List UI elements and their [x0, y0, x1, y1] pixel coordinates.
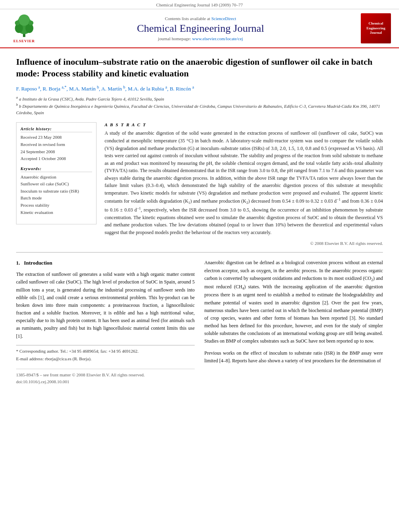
intro-para-1: The extraction of sunflower oil generate…	[16, 271, 195, 340]
journal-header-center: Contents lists available at ScienceDirec…	[40, 16, 361, 41]
accepted-date: Accepted 1 October 2008	[21, 155, 92, 162]
keywords-title: Keywords:	[21, 166, 92, 172]
sciencedirect-link[interactable]: ScienceDirect	[211, 16, 236, 21]
footnote-area: * Corresponding author. Tel.: +34 95 468…	[16, 345, 195, 362]
logo-line2: Engineering	[366, 26, 385, 30]
sciencedirect-prefix: Contents lists available at	[165, 16, 210, 21]
journal-reference: Chemical Engineering Journal 149 (2009) …	[156, 2, 243, 7]
article-title: Influence of inoculum–substrate ratio on…	[16, 56, 383, 79]
homepage-url[interactable]: www.elsevier.com/locate/cej	[192, 36, 243, 41]
author-martin-ma-sup: b	[97, 85, 99, 89]
svg-point-4	[19, 14, 30, 26]
copyright-line: © 2008 Elsevier B.V. All rights reserved…	[105, 239, 383, 246]
body-content: 1. Introduction The extraction of sunflo…	[16, 259, 383, 386]
author-martin-ma: M.A. Martín	[69, 86, 96, 92]
main-content: Influence of inoculum–substrate ratio on…	[0, 48, 399, 394]
author-raposo-sup: a	[38, 85, 40, 89]
svg-point-6	[29, 21, 33, 25]
keywords-section: Keywords: Anaerobic digestion Sunflower …	[21, 166, 92, 216]
email-text: E-mail address: rborja@cica.es (R. Borja…	[16, 356, 92, 361]
affiliation-a: a a Instituto de la Grasa (CSIC), Avda. …	[16, 95, 383, 102]
issn-line: 1385-8947/$ – see front matter © 2008 El…	[16, 372, 195, 379]
journal-homepage-line: journal homepage: www.elsevier.com/locat…	[40, 36, 361, 41]
author-borja-sup: a,*	[62, 85, 66, 89]
keyword-5: Process stability	[21, 202, 92, 209]
author-raposo: F. Raposo	[16, 86, 37, 92]
author-borja: R. Borja	[43, 86, 60, 92]
affiliation-b: b b Departamento de Química Inorgánica e…	[16, 102, 383, 116]
revised-date: 24 September 2008	[21, 148, 92, 156]
keyword-4: Batch mode	[21, 195, 92, 202]
section-1-heading: 1. Introduction	[16, 259, 195, 267]
article-info-column: Article history: Received 23 May 2008 Re…	[16, 122, 97, 246]
keyword-3: Inoculum to substrate ratio (ISR)	[21, 188, 92, 195]
authors-line: F. Raposo a, R. Borja a,*, M.A. Martín b…	[16, 85, 383, 92]
author-de-la-rubia: M.A. de la Rubia	[128, 86, 164, 92]
corresponding-author-note: * Corresponding author. Tel.: +34 95 468…	[16, 348, 195, 355]
logo-line3: Journal	[370, 31, 382, 35]
logo-line1: Chemical	[368, 21, 383, 25]
author-martin-a: A. Martín	[101, 86, 122, 92]
email-note: E-mail address: rborja@cica.es (R. Borja…	[16, 355, 195, 362]
affiliation-a-text: a Instituto de la Grasa (CSIC), Avda. Pa…	[19, 96, 164, 101]
article-history-title: Article history:	[21, 127, 92, 132]
sciencedirect-line: Contents lists available at ScienceDirec…	[40, 16, 361, 21]
elsevier-logo-area: ELSEVIER	[8, 14, 40, 43]
body-left-col: 1. Introduction The extraction of sunflo…	[16, 259, 195, 386]
received-date: Received 23 May 2008	[21, 134, 92, 141]
author-de-la-rubia-sup: a	[165, 85, 167, 89]
keyword-1: Anaerobic digestion	[21, 174, 92, 181]
article-history-section: Article history: Received 23 May 2008 Re…	[21, 127, 92, 162]
elsevier-brand-text: ELSEVIER	[13, 39, 35, 43]
homepage-label: journal homepage:	[158, 36, 191, 41]
doi-line: doi:10.1016/j.cej.2008.10.001	[16, 378, 195, 386]
intro-para-right-1: Anaerobic digestion can be defined as a …	[204, 259, 383, 345]
body-right-col: Anaerobic digestion can be defined as a …	[204, 259, 383, 386]
svg-point-5	[15, 21, 20, 25]
journal-title: Chemical Engineering Journal	[40, 23, 361, 35]
affiliations: a a Instituto de la Grasa (CSIC), Avda. …	[16, 95, 383, 116]
article-history-content: Received 23 May 2008 Received in revised…	[21, 134, 92, 162]
keyword-6: Kinetic evaluation	[21, 209, 92, 216]
elsevier-tree-icon	[10, 14, 38, 38]
abstract-title: A B S T R A C T	[105, 122, 383, 127]
abstract-column: A B S T R A C T A study of the anaerobic…	[105, 122, 383, 246]
author-rincon-sup: a	[192, 85, 194, 89]
keyword-2: Sunflower oil cake (SuOC)	[21, 181, 92, 188]
abstract-text: A study of the anaerobic digestion of th…	[105, 129, 383, 236]
section-1-number: 1.	[16, 260, 20, 266]
revised-label: Received in revised form	[21, 141, 92, 148]
affiliation-b-text: b Departamento de Química Inorgánica e I…	[16, 103, 380, 115]
bottom-footer: 1385-8947/$ – see front matter © 2008 El…	[16, 369, 195, 386]
article-info-abstract-section: Article history: Received 23 May 2008 Re…	[16, 122, 383, 246]
section-divider	[16, 252, 383, 253]
keywords-content: Anaerobic digestion Sunflower oil cake (…	[21, 174, 92, 216]
author-rincon: B. Rincón	[170, 86, 191, 92]
article-info-box: Article history: Received 23 May 2008 Re…	[16, 122, 97, 224]
corresponding-author-text: * Corresponding author. Tel.: +34 95 468…	[16, 349, 138, 353]
journal-reference-bar: Chemical Engineering Journal 149 (2009) …	[0, 0, 399, 9]
intro-para-right-2: Previous works on the effect of inoculum…	[204, 349, 383, 365]
author-martin-a-sup: b	[123, 85, 125, 89]
journal-logo-right: Chemical Engineering Journal	[361, 13, 391, 43]
journal-header: ELSEVIER Contents lists available at Sci…	[0, 9, 399, 48]
section-1-title: Introduction	[24, 260, 53, 266]
